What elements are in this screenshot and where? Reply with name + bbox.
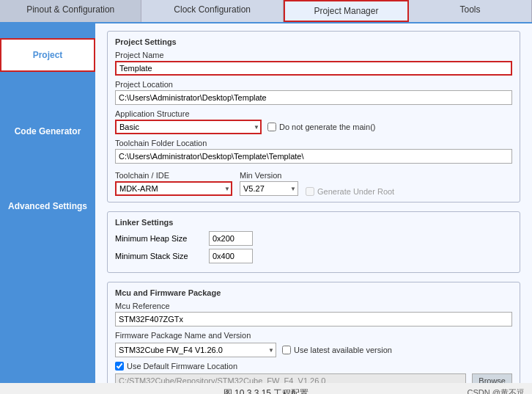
min-heap-label: Minimum Heap Size (115, 234, 203, 243)
app-structure-label: Application Structure (115, 109, 512, 118)
app-structure-select-wrap: Basic Advanced (115, 120, 262, 134)
fw-pkg-row: STM32Cube FW_F4 V1.26.0 STM32Cube FW_F4 … (115, 343, 512, 357)
project-settings-title: Project Settings (115, 37, 512, 46)
min-version-select-wrap: V5.27 V5.36 (240, 181, 298, 196)
min-stack-input[interactable] (209, 249, 253, 263)
tab-pinout[interactable]: Pinout & Configuration (0, 0, 141, 22)
caption-text: 图 10.3.3.15 工程配置 (223, 388, 309, 394)
min-version-col: Min Version V5.27 V5.36 (240, 167, 298, 196)
browse-button[interactable]: Browse (472, 373, 512, 383)
linker-settings-section: Linker Settings Minimum Heap Size Minimu… (107, 211, 520, 273)
toolchain-ide-label: Toolchain / IDE (115, 171, 232, 180)
toolchain-ide-col: Toolchain / IDE MDK-ARM IAR SW4STM32 Tru… (115, 167, 232, 196)
project-name-label: Project Name (115, 51, 512, 59)
main-layout: Project Code Generator Advanced Settings… (0, 23, 532, 383)
sidebar: Project Code Generator Advanced Settings (0, 23, 95, 383)
tab-project-manager[interactable]: Project Manager (284, 0, 409, 22)
use-latest-label[interactable]: Use latest available version (282, 346, 392, 354)
sidebar-item-advanced[interactable]: Advanced Settings (0, 191, 95, 222)
mcu-firmware-title: Mcu and Firmware Package (115, 288, 512, 297)
use-default-fw-text: Use Default Firmware Location (127, 362, 237, 371)
tab-clock[interactable]: Clock Configuration (141, 0, 283, 22)
toolchain-ide-row: Toolchain / IDE MDK-ARM IAR SW4STM32 Tru… (115, 167, 512, 196)
fw-location-row: Browse (115, 373, 512, 383)
min-heap-row: Minimum Heap Size (115, 231, 512, 246)
fw-pkg-select[interactable]: STM32Cube FW_F4 V1.26.0 STM32Cube FW_F4 … (115, 343, 276, 357)
linker-settings-title: Linker Settings (115, 218, 512, 227)
min-stack-label: Minimum Stack Size (115, 252, 203, 260)
do-not-generate-label[interactable]: Do not generate the main() (267, 123, 375, 131)
tab-tools[interactable]: Tools (409, 0, 532, 22)
use-latest-text: Use latest available version (294, 346, 392, 354)
fw-location-input[interactable] (115, 373, 466, 383)
content-area: Project Settings Project Name Project Lo… (95, 23, 532, 383)
use-latest-checkbox[interactable] (282, 346, 291, 354)
use-default-fw-label[interactable]: Use Default Firmware Location (115, 362, 512, 371)
toolchain-folder-input[interactable] (115, 149, 512, 164)
caption-bar: 图 10.3.3.15 工程配置 CSDN @黄不逗 (0, 383, 532, 394)
use-default-fw-row: Use Default Firmware Location (115, 362, 512, 371)
project-location-label: Project Location (115, 80, 512, 89)
caption-attribution: CSDN @黄不逗 (468, 387, 525, 394)
toolchain-ide-select-wrap: MDK-ARM IAR SW4STM32 TrueSTUDIO (115, 181, 232, 196)
project-location-input[interactable] (115, 90, 512, 105)
mcu-firmware-section: Mcu and Firmware Package Mcu Reference F… (107, 282, 520, 383)
min-version-select[interactable]: V5.27 V5.36 (240, 181, 298, 196)
fw-pkg-select-wrap: STM32Cube FW_F4 V1.26.0 STM32Cube FW_F4 … (115, 343, 276, 357)
min-heap-input[interactable] (209, 231, 253, 246)
sidebar-item-project[interactable]: Project (0, 38, 95, 72)
app-structure-select[interactable]: Basic Advanced (115, 120, 262, 134)
use-default-fw-checkbox[interactable] (115, 362, 124, 371)
tab-bar: Pinout & Configuration Clock Configurati… (0, 0, 532, 23)
toolchain-folder-label: Toolchain Folder Location (115, 139, 512, 147)
project-name-input[interactable] (115, 61, 512, 76)
generate-under-root-text: Generate Under Root (317, 187, 394, 196)
toolchain-ide-select[interactable]: MDK-ARM IAR SW4STM32 TrueSTUDIO (115, 181, 232, 196)
generate-under-root-label[interactable]: Generate Under Root (306, 187, 394, 196)
min-version-label: Min Version (240, 171, 298, 180)
do-not-generate-checkbox[interactable] (267, 123, 276, 131)
mcu-ref-label: Mcu Reference (115, 302, 512, 310)
mcu-ref-input[interactable] (115, 312, 512, 326)
fw-pkg-label: Firmware Package Name and Version (115, 331, 512, 340)
do-not-generate-text: Do not generate the main() (279, 123, 375, 131)
min-stack-row: Minimum Stack Size (115, 249, 512, 263)
generate-under-root-checkbox[interactable] (306, 187, 314, 196)
project-settings-section: Project Settings Project Name Project Lo… (107, 31, 520, 203)
sidebar-item-code-gen[interactable]: Code Generator (0, 116, 95, 147)
app-structure-row: Basic Advanced Do not generate the main(… (115, 120, 512, 134)
